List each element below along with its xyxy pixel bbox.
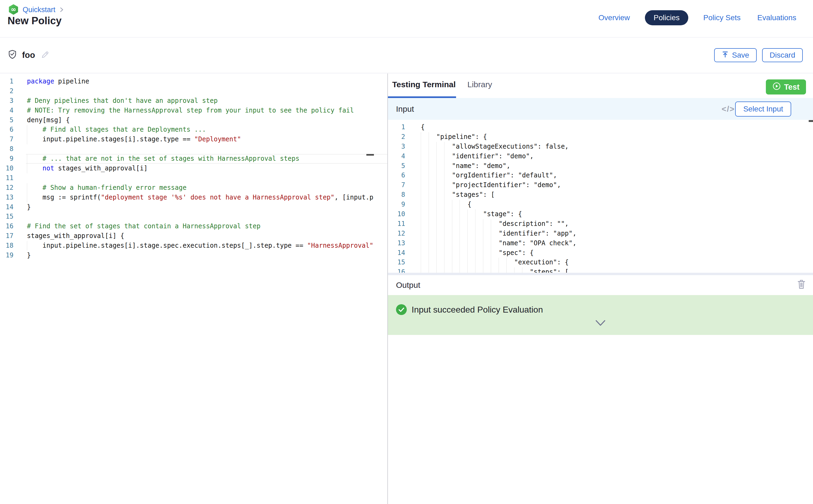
code-line[interactable]: 12 "identifier": "app", — [388, 229, 813, 239]
output-section-header: Output — [388, 275, 813, 295]
indent-guides — [421, 239, 499, 248]
code-line[interactable]: 13 msg := sprintf("deployment stage '%s'… — [0, 193, 387, 202]
code-line[interactable]: 15 — [0, 212, 387, 222]
page-title: New Policy — [8, 15, 62, 27]
code-line[interactable]: 1package pipeline — [0, 77, 387, 86]
line-number: 6 — [388, 171, 405, 180]
select-input-button[interactable]: Select Input — [735, 101, 791, 117]
code-line[interactable]: 4# NOTE: Try removing the HarnessApprova… — [0, 106, 387, 115]
line-number: 16 — [388, 267, 405, 273]
indent-guides — [27, 154, 43, 164]
code-view-icon[interactable]: </> — [722, 104, 735, 114]
svg-text:∞: ∞ — [11, 6, 16, 13]
line-number: 5 — [388, 161, 405, 171]
testing-tabs-row: Testing Terminal Library Test — [388, 73, 813, 98]
line-number: 16 — [0, 222, 13, 231]
breadcrumb-link-quickstart[interactable]: Quickstart — [23, 6, 55, 14]
line-number: 14 — [388, 248, 405, 258]
indent-guides — [421, 200, 468, 209]
evaluation-result-banner: Input succeeded Policy Evaluation — [388, 295, 813, 335]
code-line[interactable]: 12 # Show a human-friendly error message — [0, 183, 387, 193]
nav-tab-overview[interactable]: Overview — [597, 10, 632, 25]
code-line[interactable]: 11 "description": "", — [388, 219, 813, 229]
code-line[interactable]: 5 "name": "demo", — [388, 161, 813, 171]
line-number: 17 — [0, 231, 13, 241]
line-number: 2 — [388, 132, 405, 142]
line-number: 3 — [0, 96, 13, 106]
evaluation-result-text: Input succeeded Policy Evaluation — [412, 305, 543, 315]
line-number: 4 — [388, 152, 405, 161]
code-line[interactable]: 7 "projectIdentifier": "demo", — [388, 180, 813, 190]
policy-name: foo — [22, 50, 35, 60]
code-line[interactable]: 15 "execution": { — [388, 258, 813, 267]
indent-guides — [421, 142, 452, 152]
code-line[interactable]: 16# Find the set of stages that contain … — [0, 222, 387, 231]
code-line[interactable]: 11 — [0, 173, 387, 183]
nav-tab-evaluations[interactable]: Evaluations — [756, 10, 798, 25]
line-number: 11 — [388, 219, 405, 229]
policy-code-editor[interactable]: 1package pipeline23# Deny pipelines that… — [0, 73, 387, 504]
save-upload-icon — [722, 51, 729, 60]
code-line[interactable]: 9 # ... that are not in the set of stage… — [0, 154, 387, 164]
code-line[interactable]: 10 "stage": { — [388, 209, 813, 219]
code-line[interactable]: 17stages_with_approval[i] { — [0, 231, 387, 241]
select-input-label: Select Input — [743, 105, 783, 113]
line-number: 7 — [388, 180, 405, 190]
test-button-label: Test — [784, 83, 800, 92]
test-button[interactable]: Test — [766, 79, 806, 95]
line-number: 15 — [0, 212, 13, 222]
input-section-title: Input — [396, 104, 414, 114]
code-line[interactable]: 10 not stages_with_approval[i] — [0, 164, 387, 173]
code-line[interactable]: 9 { — [388, 200, 813, 209]
line-number: 1 — [388, 123, 405, 132]
save-button[interactable]: Save — [714, 48, 757, 62]
success-check-icon — [395, 304, 407, 317]
tab-testing-terminal[interactable]: Testing Terminal — [392, 80, 456, 89]
code-line[interactable]: 5deny[msg] { — [0, 115, 387, 125]
indent-guides — [421, 229, 499, 239]
play-circle-icon — [772, 82, 781, 92]
line-number: 12 — [388, 229, 405, 239]
line-number: 7 — [0, 135, 13, 144]
line-number: 8 — [388, 190, 405, 200]
code-line[interactable]: 13 "name": "OPA check", — [388, 239, 813, 248]
project-hexagon-icon: ∞ — [8, 4, 19, 16]
code-line[interactable]: 2 "pipeline": { — [388, 132, 813, 142]
code-line[interactable]: 2 — [0, 86, 387, 96]
discard-button[interactable]: Discard — [762, 48, 803, 62]
line-number: 15 — [388, 258, 405, 267]
page-header: ∞ Quickstart New Policy OverviewPolicies… — [0, 0, 813, 37]
code-line[interactable]: 1{ — [388, 123, 813, 132]
indent-guides — [27, 183, 43, 193]
indent-guides — [421, 267, 530, 273]
code-line[interactable]: 8 — [0, 144, 387, 154]
indent-guides — [421, 209, 483, 219]
code-line[interactable]: 6 # Find all stages that are Deployments… — [0, 125, 387, 135]
line-number: 18 — [0, 241, 13, 251]
line-number: 8 — [0, 144, 13, 154]
code-line[interactable]: 18 input.pipeline.stages[i].stage.spec.e… — [0, 241, 387, 251]
indent-guides — [27, 241, 43, 251]
code-line[interactable]: 4 "identifier": "demo", — [388, 152, 813, 161]
code-line[interactable]: 16 "steps": [ — [388, 267, 813, 273]
code-line[interactable]: 3# Deny pipelines that don't have an app… — [0, 96, 387, 106]
code-line[interactable]: 14 "spec": { — [388, 248, 813, 258]
nav-tab-policy-sets[interactable]: Policy Sets — [702, 10, 742, 25]
line-number: 10 — [0, 164, 13, 173]
edit-pencil-icon[interactable] — [40, 50, 50, 60]
code-line[interactable]: 3 "allowStageExecutions": false, — [388, 142, 813, 152]
code-line[interactable]: 8 "stages": [ — [388, 190, 813, 200]
code-line[interactable]: 7 input.pipeline.stages[i].stage.type ==… — [0, 135, 387, 144]
code-line[interactable]: 14} — [0, 202, 387, 212]
nav-tab-policies[interactable]: Policies — [645, 10, 688, 25]
tab-library[interactable]: Library — [468, 80, 492, 89]
code-line[interactable]: 6 "orgIdentifier": "default", — [388, 171, 813, 180]
line-number: 5 — [0, 115, 13, 125]
line-number: 9 — [0, 154, 13, 164]
input-json-editor[interactable]: 1{2 "pipeline": {3 "allowStageExecutions… — [388, 120, 813, 273]
scrollbar-thumb[interactable] — [809, 120, 813, 122]
trash-icon[interactable] — [797, 279, 806, 291]
code-line[interactable]: 19} — [0, 251, 387, 260]
chevron-down-icon[interactable] — [595, 320, 606, 327]
indent-guides — [421, 190, 452, 200]
